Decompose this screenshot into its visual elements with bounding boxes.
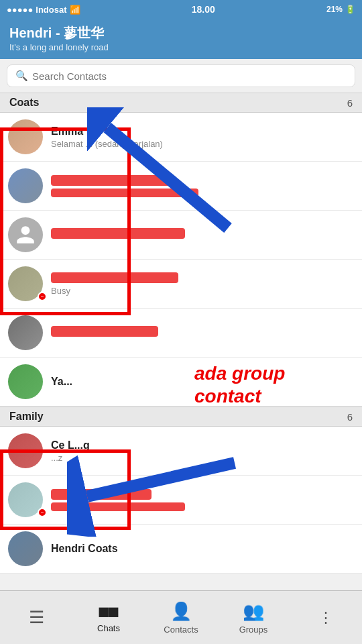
redacted-name-3: [51, 228, 185, 239]
redacted-name-2: [51, 175, 172, 186]
contact-status-4: Busy: [51, 286, 354, 296]
header: Hendri - 蓼世华 It's a long and lonely road: [0, 19, 362, 59]
signal-dots: ●●●●●: [7, 5, 33, 15]
chats-bb-icon: ■■: [99, 602, 119, 621]
contact-info-celong: Ce L...g ...z: [51, 439, 354, 463]
contact-name-hendricoats: Hendri Coats: [51, 543, 354, 555]
status-dot-4: [38, 292, 47, 301]
contact-info-3: [51, 228, 354, 241]
redacted-name-5: [51, 326, 158, 337]
avatar-2: [8, 168, 43, 203]
contact-status-emma: Selamat ... (sedang berjalan): [51, 139, 354, 149]
contact-info-5: [51, 326, 354, 339]
search-bar[interactable]: 🔍: [7, 64, 355, 87]
content-area: ●●●●● Indosat 📶 18.00 21% 🔋 Hendri - 蓼世华…: [0, 0, 362, 590]
redacted-name-family2: [51, 489, 152, 500]
groups-icon: 👥: [243, 601, 264, 622]
tab-bar: ☰ ■■ Chats 👤 Contacts 👥 Groups ⋮: [0, 590, 362, 644]
carrier-name: Indosat: [36, 5, 66, 15]
tab-item-menu[interactable]: ☰: [0, 591, 72, 644]
family-contact-list: Ce L...g ...z Hendri Coats: [0, 427, 362, 574]
avatar-celong: [8, 433, 43, 468]
menu-icon: ☰: [29, 607, 44, 628]
avatar-emma: [8, 119, 43, 154]
contact-item-5[interactable]: [0, 309, 362, 358]
contact-name-celong: Ce L...g: [51, 439, 354, 451]
tab-label-contacts: Contacts: [164, 625, 198, 635]
redacted-status-2: [51, 189, 198, 197]
contact-info-6: Ya...: [51, 376, 354, 388]
contact-item-emma[interactable]: Emma Selamat ... (sedang berjalan): [0, 113, 362, 162]
more-icon: ⋮: [318, 609, 333, 627]
header-title: Hendri - 蓼世华: [9, 24, 353, 42]
section-header-family: Family 6: [0, 407, 362, 427]
contact-name-emma: Emma: [51, 125, 354, 138]
section-header-coats: Coats 6: [0, 93, 362, 113]
battery-info: 21% 🔋: [326, 5, 355, 14]
section-count-coats: 6: [347, 97, 353, 109]
section-title-coats: Coats: [9, 97, 39, 109]
carrier-info: ●●●●● Indosat 📶: [7, 5, 80, 15]
person-icon: [15, 224, 36, 246]
tab-item-more[interactable]: ⋮: [290, 591, 362, 644]
coats-contact-list: Emma Selamat ... (sedang berjalan): [0, 113, 362, 407]
wifi-icon: 📶: [70, 5, 80, 15]
status-dot-family2: [38, 508, 47, 517]
contacts-icon: 👤: [170, 601, 192, 622]
avatar-placeholder-3: [8, 217, 43, 252]
redacted-status-family2: [51, 502, 185, 511]
header-subtitle: It's a long and lonely road: [9, 42, 353, 52]
tab-item-contacts[interactable]: 👤 Contacts: [145, 591, 217, 644]
contact-info-hendricoats: Hendri Coats: [51, 543, 354, 555]
search-input[interactable]: [32, 70, 347, 82]
time-display: 18.00: [192, 4, 215, 15]
contact-info-emma: Emma Selamat ... (sedang berjalan): [51, 125, 354, 149]
contact-item-2[interactable]: [0, 162, 362, 211]
contact-item-6[interactable]: Ya...: [0, 358, 362, 407]
contact-info-family2: [51, 489, 354, 511]
contact-info-2: [51, 175, 354, 197]
contact-item-celong[interactable]: Ce L...g ...z: [0, 427, 362, 476]
status-bar: ●●●●● Indosat 📶 18.00 21% 🔋: [0, 0, 362, 19]
redacted-name-4: [51, 272, 178, 283]
tab-item-groups[interactable]: 👥 Groups: [217, 591, 290, 644]
avatar-6: [8, 364, 43, 399]
tab-label-groups: Groups: [239, 625, 268, 635]
contact-item-hendricoats[interactable]: Hendri Coats: [0, 525, 362, 574]
tab-label-chats: Chats: [97, 623, 120, 633]
contact-item-3[interactable]: [0, 211, 362, 260]
contact-status-celong: ...z: [51, 453, 354, 463]
section-count-family: 6: [347, 411, 353, 423]
section-title-family: Family: [9, 411, 44, 423]
avatar-5: [8, 315, 43, 350]
avatar-hendricoats: [8, 531, 43, 566]
contact-item-family2[interactable]: [0, 476, 362, 525]
tab-item-chats[interactable]: ■■ Chats: [72, 591, 145, 644]
contact-name-6: Ya...: [51, 376, 354, 388]
battery-icon: 🔋: [345, 5, 355, 14]
contact-info-4: Busy: [51, 272, 354, 296]
battery-percent: 21%: [326, 5, 343, 14]
search-icon: 🔍: [15, 70, 28, 82]
contact-item-4[interactable]: Busy: [0, 260, 362, 309]
